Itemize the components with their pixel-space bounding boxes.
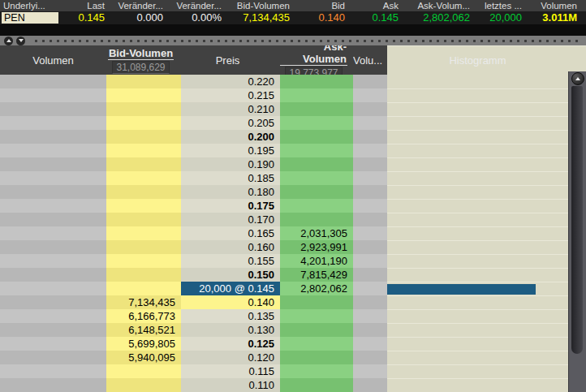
bid-volume-cell[interactable] bbox=[106, 268, 181, 282]
bid-volume-cell[interactable] bbox=[106, 254, 181, 268]
price-cell[interactable]: 0.220 bbox=[181, 75, 280, 88]
price-cell[interactable]: 0.150 bbox=[181, 268, 280, 282]
ask-volume-cell[interactable] bbox=[280, 337, 353, 351]
histogram-cell bbox=[387, 282, 568, 295]
quote-header-last: Last bbox=[62, 0, 109, 11]
quote-value-change: 0.000 bbox=[109, 11, 167, 24]
bid-volume-cell[interactable]: 7,134,435 bbox=[106, 295, 181, 309]
ask-volume-cell[interactable] bbox=[280, 364, 353, 378]
ask-volume-cell[interactable] bbox=[280, 323, 353, 337]
price-cell[interactable]: 0.120 bbox=[181, 351, 280, 364]
bid-volume-cell[interactable] bbox=[106, 199, 181, 213]
price-cell[interactable]: 0.115 bbox=[181, 364, 280, 378]
price-cell[interactable]: 0.130 bbox=[181, 323, 280, 337]
quote-value-volume: 3.011M bbox=[526, 11, 581, 24]
bid-volume-cell[interactable] bbox=[106, 75, 181, 88]
price-cell[interactable]: 0.155 bbox=[181, 254, 280, 268]
ask-volume-cell[interactable] bbox=[280, 213, 353, 226]
price-cell[interactable]: 0.170 bbox=[181, 213, 280, 226]
bid-volume-cell[interactable] bbox=[106, 88, 181, 102]
volume-cell bbox=[0, 323, 106, 337]
price-cell[interactable]: 0.215 bbox=[181, 88, 280, 102]
price-cell[interactable]: 0.210 bbox=[181, 102, 280, 116]
splitter-dots bbox=[32, 39, 580, 43]
vertical-scrollbar[interactable] bbox=[568, 71, 586, 392]
quote-header-change: Veränder... bbox=[109, 0, 167, 11]
volume2-cell bbox=[353, 254, 387, 268]
price-cell[interactable]: 0.180 bbox=[181, 185, 280, 199]
histogram-cell bbox=[387, 102, 568, 116]
scroll-up-button[interactable] bbox=[571, 72, 584, 85]
ask-volume-cell[interactable] bbox=[280, 130, 353, 144]
ask-volume-cell[interactable]: 2,802,062 bbox=[280, 282, 353, 295]
quote-header-underlying: Underlyi... bbox=[0, 0, 62, 11]
price-cell[interactable]: 20,000 @ 0.145 bbox=[181, 282, 280, 295]
splitter-bar[interactable] bbox=[0, 36, 586, 45]
histogram-cell bbox=[387, 75, 568, 88]
price-cell[interactable]: 0.175 bbox=[181, 199, 280, 213]
ask-volume-cell[interactable] bbox=[280, 75, 353, 88]
volume2-cell bbox=[353, 157, 387, 171]
bid-volume-cell[interactable]: 6,166,773 bbox=[106, 309, 181, 323]
bid-volume-cell[interactable] bbox=[106, 240, 181, 254]
bid-volume-cell[interactable] bbox=[106, 102, 181, 116]
bid-volume-cell[interactable] bbox=[106, 364, 181, 378]
scrollbar-thumb[interactable] bbox=[571, 86, 583, 354]
price-cell[interactable]: 0.125 bbox=[181, 337, 280, 351]
ask-volume-cell[interactable] bbox=[280, 295, 353, 309]
ask-volume-cell[interactable] bbox=[280, 171, 353, 185]
ask-volume-cell[interactable] bbox=[280, 309, 353, 323]
price-cell[interactable]: 0.160 bbox=[181, 240, 280, 254]
bid-volume-cell[interactable] bbox=[106, 157, 181, 171]
bid-volume-cell[interactable] bbox=[106, 130, 181, 144]
ask-volume-cell[interactable] bbox=[280, 157, 353, 171]
bid-volume-cell[interactable] bbox=[106, 144, 181, 157]
ask-volume-cell[interactable] bbox=[280, 116, 353, 130]
ladder-row: 0.215 bbox=[0, 88, 568, 102]
bid-volume-cell[interactable] bbox=[106, 116, 181, 130]
ladder-row: 5,940,0950.120 bbox=[0, 351, 568, 364]
ladder-row: 0.210 bbox=[0, 102, 568, 116]
ladder-row: 6,148,5210.130 bbox=[0, 323, 568, 337]
ask-volume-cell[interactable] bbox=[280, 185, 353, 199]
bid-volume-cell[interactable] bbox=[106, 185, 181, 199]
price-cell[interactable]: 0.205 bbox=[181, 116, 280, 130]
panel-gap bbox=[0, 24, 586, 36]
ask-volume-cell[interactable] bbox=[280, 102, 353, 116]
collapse-down-button[interactable] bbox=[16, 37, 25, 45]
bid-volume-cell[interactable] bbox=[106, 171, 181, 185]
ask-volume-cell[interactable]: 7,815,429 bbox=[280, 268, 353, 282]
volume-cell bbox=[0, 240, 106, 254]
bid-volume-cell[interactable] bbox=[106, 378, 181, 392]
price-cell[interactable]: 0.140 bbox=[181, 295, 280, 309]
bid-volume-cell[interactable]: 6,148,521 bbox=[106, 323, 181, 337]
ask-volume-cell[interactable] bbox=[280, 199, 353, 213]
volume-cell bbox=[0, 157, 106, 171]
price-cell[interactable]: 0.110 bbox=[181, 378, 280, 392]
bid-volume-cell[interactable] bbox=[106, 282, 181, 295]
collapse-up-button[interactable] bbox=[4, 37, 13, 45]
ask-volume-cell[interactable]: 2,923,991 bbox=[280, 240, 353, 254]
ask-volume-cell[interactable]: 4,201,190 bbox=[280, 254, 353, 268]
price-cell[interactable]: 0.190 bbox=[181, 157, 280, 171]
price-cell[interactable]: 0.135 bbox=[181, 309, 280, 323]
ask-volume-cell[interactable] bbox=[280, 88, 353, 102]
price-cell[interactable]: 0.195 bbox=[181, 144, 280, 157]
ask-volume-cell[interactable]: 2,031,305 bbox=[280, 226, 353, 240]
bid-volume-cell[interactable] bbox=[106, 213, 181, 226]
bid-volume-cell[interactable]: 5,699,805 bbox=[106, 337, 181, 351]
ask-volume-cell[interactable] bbox=[280, 378, 353, 392]
ask-volume-cell[interactable] bbox=[280, 351, 353, 364]
volume2-cell bbox=[353, 268, 387, 282]
underlying-symbol: PEN bbox=[2, 12, 58, 24]
quote-value-last: 0.145 bbox=[62, 11, 109, 24]
volume2-cell bbox=[353, 226, 387, 240]
ask-volume-cell[interactable] bbox=[280, 144, 353, 157]
price-cell[interactable]: 0.200 bbox=[181, 130, 280, 144]
price-cell[interactable]: 0.165 bbox=[181, 226, 280, 240]
header-volume: Volumen bbox=[0, 45, 106, 75]
bid-volume-cell[interactable]: 5,940,095 bbox=[106, 351, 181, 364]
bid-volume-cell[interactable] bbox=[106, 226, 181, 240]
ladder-row: 0.1507,815,429 bbox=[0, 268, 568, 282]
price-cell[interactable]: 0.185 bbox=[181, 171, 280, 185]
